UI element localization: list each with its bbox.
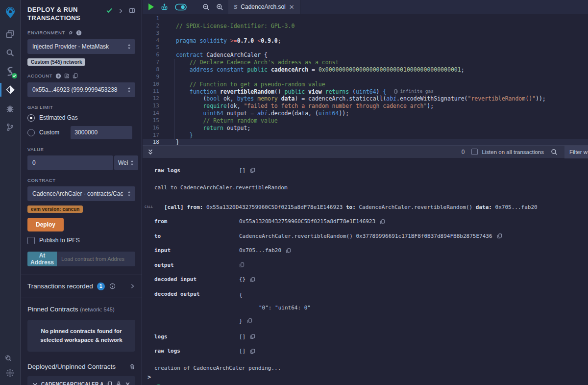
code-line[interactable]: 3 [143, 30, 588, 37]
code-line[interactable]: 8 address constant public cadenceArch = … [143, 66, 588, 74]
terminal-row-kvml: decoded output{"0": "uint64: 0"} [154, 291, 588, 326]
value-input[interactable] [27, 155, 113, 170]
call-summary[interactable]: [call] from: 0x55a1320D432759960C5Df0215… [164, 204, 538, 210]
panel-title: DEPLOY & RUN TRANSACTIONS [27, 6, 101, 23]
code-line[interactable]: 1 [143, 15, 588, 23]
code-line[interactable]: 11 function revertibleRandom() public vi… [143, 88, 588, 95]
transactions-count-badge: 1 [97, 282, 105, 290]
copy-icon[interactable] [247, 318, 252, 324]
line-number: 13 [143, 103, 165, 110]
code-line[interactable]: 10 // Function to get a pseudo-random va… [143, 81, 588, 88]
ai-assistant-icon[interactable] [160, 3, 169, 11]
copy-icon[interactable] [497, 233, 502, 239]
code-editor[interactable]: 12// SPDX-License-Identifier: GPL-3.034p… [143, 14, 588, 145]
environment-info-icon[interactable] [76, 30, 82, 36]
copilot-toggle[interactable] [175, 3, 187, 11]
copy-icon[interactable] [250, 334, 255, 339]
terminal-search-icon[interactable] [551, 149, 558, 155]
terminal-prompt[interactable]: > [147, 374, 151, 381]
terminal-field-label: output [154, 262, 239, 268]
terminal-field-label: to [154, 233, 239, 239]
copy-icon[interactable] [380, 219, 385, 225]
copy-icon[interactable] [250, 348, 255, 354]
transactions-info-icon[interactable] [109, 283, 116, 289]
code-line[interactable]: 18} [143, 139, 588, 145]
close-icon[interactable] [125, 382, 130, 385]
code-line[interactable]: 14 uint64 output = abi.decode(data, (uin… [143, 110, 588, 117]
copy-icon[interactable] [106, 381, 112, 385]
terminal-row-kv: logs[] [154, 334, 588, 340]
code-line[interactable]: 6contract CadenceArchCaler { [143, 51, 588, 59]
environment-select[interactable]: Injected Provider - MetaMask [27, 39, 135, 54]
listen-all-checkbox[interactable] [471, 149, 478, 155]
tab-close-icon[interactable]: ✕ [289, 4, 294, 10]
search-icon[interactable] [0, 43, 20, 62]
code-text: // SPDX-License-Identifier: GPL-3.0 [165, 23, 294, 30]
plugin-manager-icon[interactable] [0, 345, 20, 363]
pinned-empty-message: No pinned contracts found for selected w… [27, 320, 135, 352]
pin-icon[interactable] [116, 381, 122, 385]
settings-icon[interactable] [0, 363, 20, 382]
add-account-icon[interactable] [55, 73, 61, 79]
code-text: require(ok, "failed to fetch a random nu… [165, 103, 434, 110]
editor-terminal-area: S CadenceArch.sol ✕ 12// SPDX-License-Id… [143, 0, 588, 385]
value-unit-select[interactable]: Wei [114, 155, 138, 170]
contract-select[interactable]: CadenceArchCaler - contracts/Cac [27, 186, 135, 201]
zoom-in-icon[interactable] [216, 3, 223, 11]
code-line[interactable]: 17 } [143, 132, 588, 139]
deploy-button[interactable]: Deploy [27, 218, 64, 231]
code-line[interactable]: 5 [143, 44, 588, 51]
custom-gas-input[interactable] [71, 126, 132, 139]
custom-gas-radio[interactable] [27, 129, 35, 136]
edit-account-icon[interactable] [64, 73, 70, 78]
code-line[interactable]: 4pragma solidity >=0.7.0 <0.9.0; [143, 37, 588, 45]
code-line[interactable]: 9 [143, 74, 588, 81]
code-text: address constant public cadenceArch = 0x… [165, 66, 465, 74]
copy-icon[interactable] [239, 262, 245, 268]
code-line[interactable]: 7 // Declare Cadence Arch's address as a… [143, 59, 588, 66]
trash-icon[interactable] [129, 363, 135, 370]
custom-gas-label: Custom [39, 129, 59, 136]
solidity-compiler-icon[interactable] [0, 62, 20, 80]
terminal-field-value: {"0": "uint64: 0"} [239, 291, 311, 326]
plug-icon[interactable] [68, 30, 73, 35]
expand-terminal-icon[interactable] [147, 149, 153, 155]
git-icon[interactable] [0, 118, 20, 136]
line-number: 9 [143, 74, 165, 81]
tab-cadencearch-sol[interactable]: S CadenceArch.sol ✕ [228, 0, 300, 14]
run-script-button[interactable] [148, 3, 154, 10]
code-text: uint64 output = abi.decode(data, (uint64… [165, 110, 349, 117]
copy-account-icon[interactable] [73, 73, 78, 78]
at-address-input[interactable] [57, 252, 135, 266]
transactions-expand-icon[interactable] [130, 283, 135, 289]
copy-icon[interactable] [250, 167, 255, 173]
terminal-filter-input[interactable] [564, 146, 588, 158]
code-line[interactable]: 2// SPDX-License-Identifier: GPL-3.0 [143, 23, 588, 30]
at-address-button[interactable]: At Address [27, 252, 57, 266]
deploy-run-icon[interactable] [0, 80, 20, 99]
debugger-icon[interactable] [0, 99, 20, 118]
copy-icon[interactable] [250, 277, 255, 282]
file-explorer-icon[interactable] [0, 25, 20, 43]
terminal-log[interactable]: raw logs[]call to CadenceArchCaler.rever… [143, 158, 588, 385]
code-line[interactable]: 12 (bool ok, bytes memory data) = cadenc… [143, 95, 588, 103]
terminal-field-value: 0x705...fab20 [239, 247, 291, 254]
transactions-recorded-row[interactable]: Transactions recorded 1 [21, 275, 142, 298]
remix-logo[interactable] [0, 0, 20, 25]
account-select[interactable]: 0x55a...46923 (999.9999453238 [27, 82, 135, 97]
terminal-row-kv: input0x705...fab20 [154, 247, 588, 254]
copy-icon[interactable] [286, 248, 291, 254]
panel-layout-icon[interactable] [129, 7, 135, 16]
code-line[interactable]: 16 return output; [143, 125, 588, 132]
publish-ipfs-checkbox[interactable] [27, 237, 35, 244]
terminal-field-value: {} [239, 276, 255, 282]
line-number: 15 [143, 117, 165, 125]
zoom-out-icon[interactable] [202, 3, 210, 11]
estimated-gas-radio[interactable] [27, 114, 35, 122]
code-line[interactable]: 13 require(ok, "failed to fetch a random… [143, 103, 588, 110]
chevron-down-icon[interactable] [32, 382, 38, 385]
terminal-row-text: creation of CadenceArchCaler pending... [154, 365, 588, 371]
terminal-field-label: input [154, 247, 239, 254]
panel-forward-icon[interactable] [118, 7, 123, 16]
code-line[interactable]: 15 // Return random value [143, 117, 588, 125]
